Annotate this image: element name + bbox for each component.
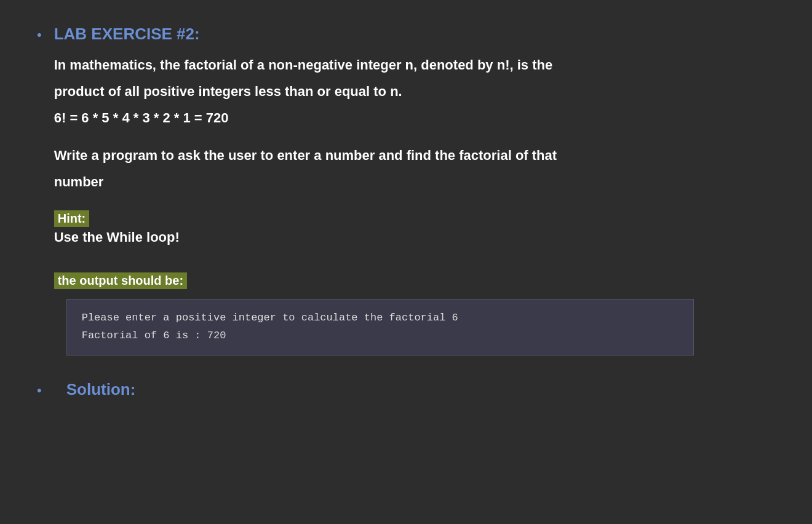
output-label: the output should be: bbox=[54, 272, 187, 289]
exercise-task-line2: number bbox=[54, 172, 775, 192]
exercise-bullet: • bbox=[37, 27, 42, 43]
code-output-block: Please enter a positive integer to calcu… bbox=[66, 299, 694, 355]
solution-content: Solution: bbox=[66, 380, 136, 399]
exercise-content: LAB EXERCISE #2: In mathematics, the fac… bbox=[54, 25, 775, 355]
solution-bullet: • bbox=[37, 383, 42, 399]
exercise-description-line1: In mathematics, the factorial of a non-n… bbox=[54, 55, 775, 75]
exercise-description-line2: product of all positive integers less th… bbox=[54, 81, 775, 101]
hint-text: Use the While loop! bbox=[54, 229, 775, 245]
output-label-wrapper: the output should be: bbox=[54, 258, 775, 299]
hint-label: Hint: bbox=[54, 210, 775, 229]
exercise-example: 6! = 6 * 5 * 4 * 3 * 2 * 1 = 720 bbox=[54, 108, 775, 128]
solution-title: Solution: bbox=[66, 380, 136, 399]
exercise-task-line1: Write a program to ask the user to enter… bbox=[54, 145, 775, 165]
code-line1: Please enter a positive integer to calcu… bbox=[82, 312, 458, 324]
code-line2: Factorial of 6 is : 720 bbox=[82, 330, 226, 341]
solution-section: • Solution: bbox=[37, 380, 775, 399]
exercise-section: • LAB EXERCISE #2: In mathematics, the f… bbox=[37, 25, 775, 355]
exercise-title: LAB EXERCISE #2: bbox=[54, 25, 775, 44]
hint-box: Hint: Use the While loop! bbox=[54, 210, 775, 245]
